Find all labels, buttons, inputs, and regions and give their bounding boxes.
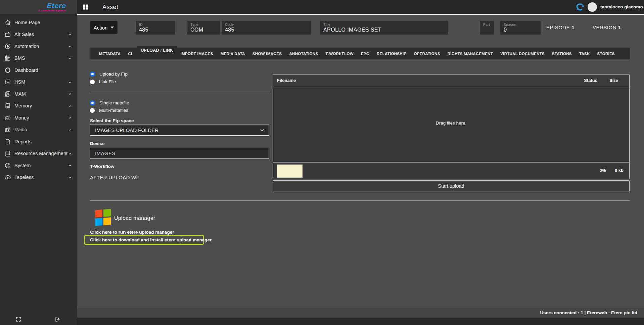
etere-mark-icon (575, 2, 585, 12)
tab-relationship[interactable]: RELATIONSHIP (373, 52, 410, 56)
status-text: Users connected : 1 | Etereweb - Etere p… (540, 310, 637, 315)
column-status: Status (581, 78, 601, 83)
sidebar-item-label: Tapeless (14, 175, 34, 180)
user-menu[interactable]: tantalocco giacomo (600, 4, 643, 9)
episode-label: EPISODE (546, 25, 570, 30)
etere-logo-text: Etere (47, 2, 66, 9)
title-field[interactable]: Title APOLLO IMAGES SET (320, 21, 448, 35)
tab-rights-management[interactable]: RIGHTS MANAGEMENT (444, 52, 497, 56)
drop-zone[interactable]: Drag files here. (273, 86, 629, 162)
sidebar-item-label: MAM (14, 91, 26, 97)
link-file-radio[interactable]: Link File (90, 79, 116, 84)
radio-icon (90, 108, 95, 113)
download-upload-manager-link[interactable]: Click here to download and install etere… (90, 237, 212, 242)
windows-logo-icon (95, 209, 111, 226)
chevron-down-icon (68, 92, 72, 96)
sidebar-item-memory[interactable]: Memory (0, 100, 77, 112)
sidebar-item-reports[interactable]: Reports (0, 136, 77, 148)
sidebar-item-label: HSM (14, 79, 25, 85)
upload-by-ftp-radio[interactable]: Upload by Ftp (90, 72, 128, 77)
apps-grid-icon[interactable] (82, 4, 89, 10)
tab-stations[interactable]: STATIONS (548, 52, 576, 56)
content-top-divider (77, 14, 644, 15)
sidebar-item-system[interactable]: System (0, 159, 77, 172)
multi-metafiles-radio[interactable]: Multi-metafiles (90, 108, 128, 113)
top-bar: Etere A consisten system Asset tantalocc… (0, 0, 644, 14)
run-upload-manager-link[interactable]: Click here to run etere upload manager (90, 230, 174, 235)
page-title: Asset (102, 4, 119, 11)
tab-task[interactable]: TASK (576, 52, 594, 56)
chevron-down-icon (68, 44, 72, 48)
upload-file-panel: Filename Status Size Drag files here. 0%… (273, 75, 630, 179)
field-value: COM (190, 27, 217, 33)
version-indicator: VERSION1 (593, 25, 621, 30)
fullscreen-icon[interactable] (15, 316, 21, 322)
sidebar-item-dashboard[interactable]: Dashboard (0, 64, 77, 76)
ftp-space-select[interactable]: IMAGES UPLOAD FOLDER (90, 125, 269, 136)
column-filename: Filename (277, 78, 296, 83)
sidebar-item-label: Memory (14, 103, 32, 108)
sidebar-item-label: Radio (14, 127, 27, 132)
logout-icon[interactable] (54, 316, 60, 322)
field-label: Code (225, 22, 308, 27)
radio-label: Link File (99, 79, 116, 84)
season-field[interactable]: Season 0 (500, 21, 541, 35)
sidebar-item-bms[interactable]: BMS (0, 52, 77, 64)
form-divider (90, 93, 269, 93)
caret-down-icon (110, 27, 114, 29)
section-divider (90, 200, 630, 201)
part-field[interactable]: Part (480, 21, 494, 35)
sidebar-item-tapeless[interactable]: Tapeless (0, 172, 77, 184)
chevron-down-icon (260, 128, 265, 133)
tab-metadata[interactable]: METADATA (95, 52, 124, 56)
tab-import-images[interactable]: IMPORT IMAGES (177, 52, 217, 56)
start-upload-button[interactable]: Start upload (273, 180, 630, 191)
download-link-highlight-box: Click here to download and install etere… (84, 235, 204, 245)
tab-annotations[interactable]: ANNOTATIONS (285, 52, 322, 56)
chevron-down-icon (68, 80, 72, 84)
sidebar-item-money[interactable]: Money (0, 112, 77, 124)
action-dropdown-button[interactable]: Action (90, 21, 118, 34)
code-field[interactable]: Code 485 (222, 21, 311, 35)
device-input[interactable] (90, 148, 269, 159)
sidebar-item-hsm[interactable]: HSM (0, 76, 77, 88)
tab-stories[interactable]: STORIES (594, 52, 618, 56)
chevron-down-icon (68, 152, 72, 156)
tab-operations[interactable]: OPERATIONS (410, 52, 444, 56)
progress-size: 0 kb (609, 168, 629, 173)
single-metafile-radio[interactable]: Single metafile (90, 100, 129, 105)
field-label: Season (504, 22, 537, 27)
avatar[interactable] (588, 2, 597, 12)
sd-card-icon (4, 102, 11, 109)
document-search-icon (4, 91, 11, 97)
tab-t-workflow[interactable]: T-WORKFLOW (322, 52, 357, 56)
asset-tab-bar: METADATA CL UPLOAD / LINK IMPORT IMAGES … (90, 48, 630, 59)
tab-upload-link[interactable]: UPLOAD / LINK (137, 46, 177, 57)
tab-epg[interactable]: EPG (357, 52, 373, 56)
tab-cl[interactable]: CL (124, 52, 137, 56)
chevron-down-icon[interactable] (637, 5, 641, 9)
home-icon (4, 19, 11, 26)
sidebar-item-home-page[interactable]: Home Page (0, 16, 77, 29)
sidebar-item-automation[interactable]: Automation (0, 40, 77, 52)
upload-progress-row: 0% 0 kb (273, 162, 629, 179)
tworkflow-value: AFTER UPLOAD WF (90, 175, 139, 180)
ftp-space-selected-value: IMAGES UPLOAD FOLDER (95, 127, 158, 133)
field-label: ID (139, 22, 172, 27)
sidebar-item-radio[interactable]: Radio (0, 124, 77, 136)
tab-show-images[interactable]: SHOW IMAGES (249, 52, 286, 56)
document-icon (4, 138, 11, 145)
sidebar-item-resources-management[interactable]: Resources Management (0, 148, 77, 160)
sidebar-item-air-sales[interactable]: Air Sales (0, 29, 77, 41)
add-files-button[interactable] (277, 165, 303, 178)
type-field[interactable]: Type COM (187, 21, 220, 35)
chevron-down-icon (68, 116, 72, 120)
field-label: Title (323, 22, 445, 27)
tab-virtual-documents[interactable]: VIRTUAL DOCUMENTS (497, 52, 548, 56)
windows-logo-green (103, 209, 111, 217)
tab-media-data[interactable]: MEDIA DATA (217, 52, 249, 56)
id-field[interactable]: ID 485 (136, 21, 175, 35)
sidebar-item-mam[interactable]: MAM (0, 88, 77, 100)
etere-logo-tagline: A consisten system (38, 9, 66, 12)
ftp-space-label: Select the Ftp space (90, 118, 134, 123)
